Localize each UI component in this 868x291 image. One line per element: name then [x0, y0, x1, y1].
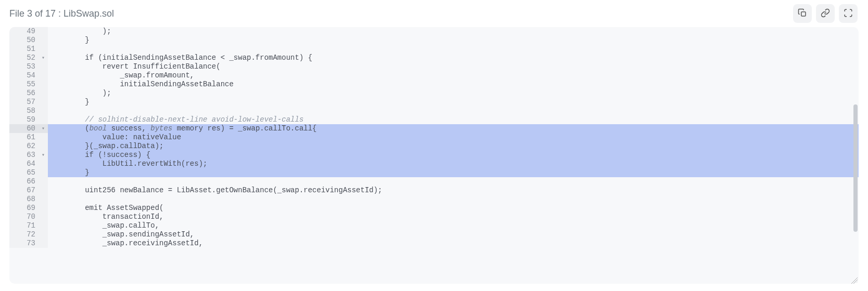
line-number[interactable]: 62 — [9, 142, 39, 151]
line-number[interactable]: 58 — [9, 107, 39, 115]
fold-spacer — [39, 133, 48, 142]
line-number[interactable]: 70 — [9, 213, 39, 221]
fold-spacer — [39, 195, 48, 204]
fold-spacer — [39, 107, 48, 115]
code-line[interactable]: } — [48, 36, 859, 45]
copy-icon — [798, 8, 807, 19]
scrollbar-thumb[interactable] — [853, 104, 858, 232]
fold-spacer — [39, 168, 48, 177]
copy-button[interactable] — [793, 4, 812, 23]
line-number[interactable]: 71 — [9, 221, 39, 230]
fold-spacer — [39, 89, 48, 98]
line-number[interactable]: 64 — [9, 160, 39, 168]
fold-toggle-icon[interactable]: ▾ — [39, 54, 48, 62]
fold-spacer — [39, 62, 48, 71]
toolbar — [793, 4, 858, 23]
code-editor[interactable]: 4950515253545556575859606162636465666768… — [9, 27, 859, 284]
fold-spacer — [39, 239, 48, 248]
fold-spacer — [39, 36, 48, 45]
code-line[interactable]: emit AssetSwapped( — [48, 204, 859, 213]
line-number[interactable]: 51 — [9, 45, 39, 54]
file-header: File 3 of 17 : LibSwap.sol — [0, 0, 868, 27]
code-line[interactable]: value: nativeValue — [48, 133, 859, 142]
code-line[interactable]: _swap.receivingAssetId, — [48, 239, 859, 248]
fold-spacer — [39, 177, 48, 186]
line-number[interactable]: 61 — [9, 133, 39, 142]
code-line[interactable]: (bool success, bytes memory res) = _swap… — [48, 124, 859, 133]
line-number[interactable]: 73 — [9, 239, 39, 248]
line-number[interactable]: 53 — [9, 62, 39, 71]
fold-toggle-icon[interactable]: ▾ — [39, 151, 48, 160]
fold-spacer — [39, 80, 48, 89]
code-line[interactable]: LibUtil.revertWith(res); — [48, 160, 859, 168]
fold-spacer — [39, 221, 48, 230]
code-content[interactable]: ); } if (initialSendingAssetBalance < _s… — [48, 27, 859, 248]
fold-spacer — [39, 160, 48, 168]
line-number[interactable]: 60 — [9, 124, 39, 133]
code-line[interactable]: uint256 newBalance = LibAsset.getOwnBala… — [48, 186, 859, 195]
code-line[interactable] — [48, 177, 859, 186]
code-line[interactable]: _swap.sendingAssetId, — [48, 230, 859, 239]
expand-icon — [844, 8, 853, 19]
code-line[interactable]: if (initialSendingAssetBalance < _swap.f… — [48, 54, 859, 62]
fold-spacer — [39, 204, 48, 213]
resize-handle[interactable] — [851, 276, 858, 283]
code-line[interactable]: ); — [48, 89, 859, 98]
code-line[interactable]: transactionId, — [48, 213, 859, 221]
line-number[interactable]: 63 — [9, 151, 39, 160]
fold-spacer — [39, 71, 48, 80]
line-number[interactable]: 59 — [9, 115, 39, 124]
code-line[interactable] — [48, 45, 859, 54]
fold-spacer — [39, 27, 48, 36]
line-number[interactable]: 49 — [9, 27, 39, 36]
code-line[interactable]: revert InsufficientBalance( — [48, 62, 859, 71]
code-line[interactable]: initialSendingAssetBalance — [48, 80, 859, 89]
file-title: File 3 of 17 : LibSwap.sol — [9, 8, 114, 19]
fold-spacer — [39, 45, 48, 54]
expand-button[interactable] — [839, 4, 858, 23]
code-line[interactable]: }(_swap.callData); — [48, 142, 859, 151]
fold-toggle-icon[interactable]: ▾ — [39, 124, 48, 133]
code-line[interactable] — [48, 107, 859, 115]
fold-spacer — [39, 213, 48, 221]
line-number[interactable]: 72 — [9, 230, 39, 239]
code-line[interactable] — [48, 195, 859, 204]
fold-column[interactable]: ▾▾▾ — [39, 27, 48, 248]
code-line[interactable]: _swap.callTo, — [48, 221, 859, 230]
fold-spacer — [39, 115, 48, 124]
line-number[interactable]: 50 — [9, 36, 39, 45]
code-line[interactable]: } — [48, 168, 859, 177]
line-number[interactable]: 52 — [9, 54, 39, 62]
link-icon — [821, 8, 830, 19]
code-line[interactable]: ); — [48, 27, 859, 36]
fold-spacer — [39, 186, 48, 195]
fold-spacer — [39, 98, 48, 107]
code-line[interactable]: _swap.fromAmount, — [48, 71, 859, 80]
fold-spacer — [39, 142, 48, 151]
code-line[interactable]: // solhint-disable-next-line avoid-low-l… — [48, 115, 859, 124]
fold-spacer — [39, 230, 48, 239]
line-number[interactable]: 69 — [9, 204, 39, 213]
line-number[interactable]: 54 — [9, 71, 39, 80]
line-number[interactable]: 56 — [9, 89, 39, 98]
line-number[interactable]: 55 — [9, 80, 39, 89]
line-number[interactable]: 67 — [9, 186, 39, 195]
vertical-scrollbar[interactable] — [852, 28, 858, 283]
code-line[interactable]: if (!success) { — [48, 151, 859, 160]
line-number-gutter[interactable]: 4950515253545556575859606162636465666768… — [9, 27, 39, 248]
line-number[interactable]: 65 — [9, 168, 39, 177]
code-line[interactable]: } — [48, 98, 859, 107]
link-button[interactable] — [816, 4, 835, 23]
line-number[interactable]: 68 — [9, 195, 39, 204]
line-number[interactable]: 66 — [9, 177, 39, 186]
svg-rect-0 — [801, 11, 806, 16]
line-number[interactable]: 57 — [9, 98, 39, 107]
